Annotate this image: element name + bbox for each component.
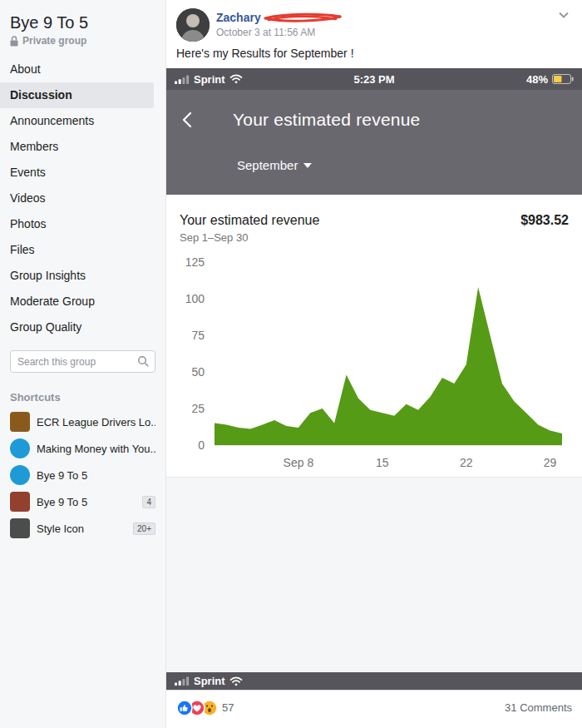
sidebar-nav-item[interactable]: Moderate Group [0, 289, 154, 314]
svg-text:100: 100 [185, 292, 205, 305]
sidebar-nav-label: Group Insights [10, 269, 86, 282]
sidebar-nav-label: Moderate Group [10, 295, 95, 308]
svg-text:29: 29 [544, 456, 557, 469]
analytics-title: Your estimated revenue [233, 110, 420, 130]
revenue-area-chart: 0255075100125Sep 8152229 [166, 247, 582, 477]
shortcut-label: Bye 9 To 5 [37, 496, 136, 508]
shortcut-item[interactable]: Style Icon 20+ [0, 515, 165, 542]
svg-text:15: 15 [376, 456, 389, 469]
post-timestamp[interactable]: October 3 at 11:56 AM [216, 27, 343, 38]
shortcuts-list: ECR League Drivers Lo... Making Money wi… [0, 409, 165, 542]
shortcut-item[interactable]: Making Money with You... [0, 435, 165, 462]
shortcut-icon [10, 465, 30, 485]
reaction-count[interactable]: 57 [222, 701, 234, 714]
svg-text:0: 0 [198, 438, 205, 452]
battery-icon [552, 74, 574, 84]
wifi-icon [229, 676, 243, 686]
screenshot-empty-area [166, 477, 582, 672]
shortcut-label: Making Money with You... [37, 443, 155, 455]
second-screenshot-status-bar: Sprint [166, 672, 582, 690]
cell-signal-icon [175, 676, 190, 686]
cell-signal-icon [175, 75, 190, 84]
sidebar-nav-item[interactable]: Files [0, 237, 154, 263]
redaction-scribble [263, 12, 343, 24]
sidebar-nav-label: Events [10, 166, 46, 179]
sidebar-nav-item[interactable]: Videos [0, 186, 154, 211]
sidebar-nav-label: Group Quality [10, 320, 81, 334]
group-privacy: Private group [0, 35, 165, 57]
sidebar-nav-item[interactable]: Discussion [0, 82, 154, 108]
chevron-down-icon[interactable] [557, 8, 570, 22]
shortcuts-title: Shortcuts [0, 384, 165, 409]
shortcut-badge: 4 [142, 496, 155, 508]
revenue-amount: $983.52 [520, 213, 569, 228]
sidebar-nav-label: Announcements [10, 114, 94, 127]
shortcut-label: Bye 9 To 5 [37, 469, 155, 482]
post-author[interactable]: Zachary [216, 11, 261, 24]
shortcut-label: Style Icon [37, 522, 126, 535]
avatar[interactable] [176, 8, 210, 42]
post-header: Zachary October 3 at 11:56 AM [166, 0, 582, 47]
lock-icon [10, 36, 18, 47]
sidebar-nav: AboutDiscussionAnnouncementsMembersEvent… [0, 57, 165, 340]
svg-text:Sep 8: Sep 8 [284, 456, 314, 469]
shortcut-badge: 20+ [133, 522, 155, 535]
sidebar-nav-item[interactable]: About [0, 57, 154, 82]
sidebar-nav-label: Files [10, 243, 35, 256]
analytics-header: Your estimated revenue September [166, 90, 582, 195]
revenue-card-title: Your estimated revenue [180, 213, 319, 228]
avatar-photo [176, 8, 210, 42]
phone-status-bar: Sprint 5:23 PM 48% [166, 68, 582, 90]
post-image-phone-screenshot[interactable]: Sprint 5:23 PM 48% [166, 68, 582, 690]
month-selector: September [237, 158, 582, 172]
shortcut-item[interactable]: Bye 9 To 5 [0, 462, 165, 488]
revenue-card: Your estimated revenue $983.52 Sep 1–Sep… [166, 195, 582, 244]
shortcut-icon [10, 518, 30, 538]
post-text: Here's my Results for September ! [166, 47, 582, 68]
sidebar-nav-label: About [10, 62, 41, 76]
battery-percent: 48% [526, 73, 548, 86]
privacy-label: Private group [22, 35, 86, 47]
facebook-group-page: Bye 9 To 5 Private group AboutDiscussion… [0, 0, 582, 728]
shortcut-icon [10, 438, 30, 458]
back-icon [180, 111, 196, 129]
svg-text:25: 25 [191, 402, 205, 415]
sidebar-nav-label: Discussion [10, 88, 72, 102]
group-search [10, 350, 155, 373]
comments-count[interactable]: 31 Comments [505, 701, 572, 714]
sidebar-nav-item[interactable]: Photos [0, 211, 154, 237]
sidebar-nav-item[interactable]: Members [0, 134, 154, 160]
carrier-label: Sprint [194, 675, 225, 687]
svg-text:125: 125 [185, 255, 205, 269]
group-search-input[interactable] [10, 350, 155, 373]
shortcut-icon [10, 412, 30, 432]
shortcut-item[interactable]: ECR League Drivers Lo... [0, 409, 165, 435]
carrier-label: Sprint [194, 73, 225, 86]
sidebar-nav-label: Photos [10, 217, 47, 230]
reactions[interactable] [176, 700, 214, 716]
sidebar-nav-label: Videos [10, 191, 46, 205]
sidebar-nav-label: Members [10, 140, 58, 153]
svg-text:75: 75 [191, 329, 205, 342]
dropdown-arrow-icon [303, 163, 312, 168]
group-sidebar: Bye 9 To 5 Private group AboutDiscussion… [0, 0, 166, 728]
group-name[interactable]: Bye 9 To 5 [0, 8, 165, 35]
post-footer: 57 31 Comments [166, 690, 582, 725]
sidebar-nav-item[interactable]: Events [0, 160, 154, 186]
shortcut-item[interactable]: Bye 9 To 5 4 [0, 488, 165, 515]
like-reaction-icon[interactable] [176, 700, 193, 716]
shortcut-icon [10, 492, 30, 512]
svg-text:22: 22 [460, 456, 473, 469]
sidebar-nav-item[interactable]: Announcements [0, 108, 154, 134]
clock-time: 5:23 PM [274, 73, 474, 86]
sidebar-nav-item[interactable]: Group Quality [0, 314, 154, 340]
post: Zachary October 3 at 11:56 AM Here's my … [166, 0, 582, 728]
svg-text:50: 50 [191, 365, 205, 379]
sidebar-nav-item[interactable]: Group Insights [0, 263, 154, 289]
wifi-icon [229, 74, 243, 84]
search-icon [137, 355, 150, 368]
shortcut-label: ECR League Drivers Lo... [37, 416, 155, 428]
revenue-date-range: Sep 1–Sep 30 [180, 231, 569, 244]
month-label: September [237, 158, 298, 172]
